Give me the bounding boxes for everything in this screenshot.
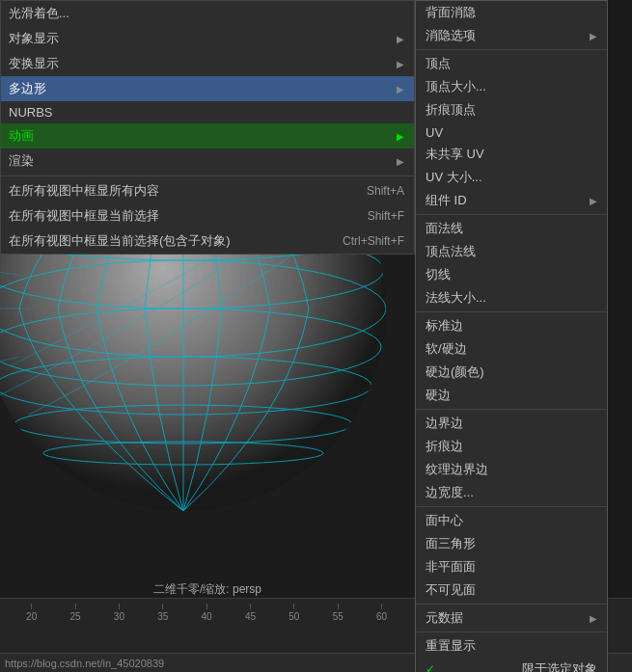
- menu-vertex-normal[interactable]: 顶点法线: [416, 240, 607, 263]
- tick-45: 45: [229, 604, 272, 622]
- menu-animation[interactable]: 动画 ▶: [1, 123, 414, 148]
- tick-40: 40: [184, 604, 228, 622]
- menu-reset-display[interactable]: 重置显示: [416, 634, 607, 658]
- menu-smooth-normals[interactable]: 光滑着色...: [1, 1, 414, 26]
- tick-25: 25: [53, 604, 96, 622]
- viewport-label: 二维千零/缩放: persp: [153, 581, 261, 598]
- menu-crease-edge[interactable]: 标准边: [416, 314, 607, 337]
- arrow-icon: ▶: [590, 613, 597, 624]
- menu-limit-selection[interactable]: ✓ 限于选定对象: [416, 658, 607, 672]
- menu-hard-edge-color[interactable]: 硬边(颜色): [416, 361, 607, 384]
- arrow-icon: ▶: [590, 31, 597, 41]
- arrow-icon: ▶: [590, 196, 597, 206]
- menu-component-id[interactable]: 组件 ID ▶: [416, 189, 607, 212]
- menu-vertex-size[interactable]: 顶点大小...: [416, 75, 607, 98]
- menu-uv[interactable]: UV: [416, 121, 607, 143]
- menu-object-display[interactable]: 对象显示 ▶: [1, 26, 414, 51]
- menu-face-normal[interactable]: 面法线: [416, 217, 607, 240]
- menu-frame-all[interactable]: 在所有视图中框显所有内容 Shift+A: [1, 178, 414, 203]
- arrow-icon: ▶: [397, 59, 404, 69]
- tick-60: 60: [360, 604, 403, 622]
- separator: [416, 632, 607, 632]
- menu-face-triangle[interactable]: 面三角形: [416, 532, 607, 555]
- separator: [416, 506, 607, 507]
- menu-non-planar[interactable]: 非平面面: [416, 555, 607, 578]
- menu-soft-hard-edge[interactable]: 软/硬边: [416, 337, 607, 361]
- menu-crease-vertex[interactable]: 折痕顶点: [416, 98, 607, 121]
- left-menu: 光滑着色... 对象显示 ▶ 变换显示 ▶ 多边形 ▶ NURBS 动画 ▶ 渲…: [0, 0, 415, 255]
- menu-invisible-face[interactable]: 不可见面: [416, 578, 607, 602]
- tick-35: 35: [141, 604, 184, 622]
- separator: [416, 214, 607, 215]
- menu-texture-border[interactable]: 纹理边界边: [416, 458, 607, 481]
- separator: [1, 175, 414, 176]
- tick-30: 30: [97, 604, 141, 622]
- menu-tangent[interactable]: 切线: [416, 263, 607, 286]
- menu-hide-selection[interactable]: 消隐选项 ▶: [416, 24, 607, 47]
- arrow-icon: ▶: [397, 156, 404, 167]
- right-submenu: 背面消隐 消隐选项 ▶ 顶点 顶点大小... 折痕顶点 UV 未共享 UV UV…: [415, 0, 608, 672]
- menu-backface-culling[interactable]: 背面消隐: [416, 1, 607, 24]
- checkmark-icon: ✓: [426, 662, 435, 672]
- tick-55: 55: [316, 604, 360, 622]
- menu-edge-width[interactable]: 边宽度...: [416, 481, 607, 504]
- menu-crease-edge2[interactable]: 折痕边: [416, 435, 607, 458]
- url-text: https://blog.csdn.net/in_45020839: [5, 658, 164, 669]
- menu-polygon[interactable]: 多边形 ▶: [1, 76, 414, 101]
- menu-frame-child[interactable]: 在所有视图中框显当前选择(包含子对象) Ctrl+Shift+F: [1, 228, 414, 254]
- separator: [416, 604, 607, 605]
- separator: [416, 311, 607, 312]
- menu-uv-size[interactable]: UV 大小...: [416, 166, 607, 189]
- arrow-icon: ▶: [397, 34, 404, 44]
- menu-nurbs[interactable]: NURBS: [1, 101, 414, 123]
- arrow-icon: ▶: [397, 84, 404, 94]
- arrow-icon: ▶: [397, 131, 404, 142]
- menu-border-edge[interactable]: 边界边: [416, 412, 607, 435]
- menu-unshared-uv[interactable]: 未共享 UV: [416, 143, 607, 166]
- menu-face-center[interactable]: 面中心: [416, 509, 607, 532]
- tick-20: 20: [10, 604, 53, 622]
- menu-frame-selected[interactable]: 在所有视图中框显当前选择 Shift+F: [1, 203, 414, 228]
- menu-hard-edge[interactable]: 硬边: [416, 384, 607, 407]
- menu-normal-size[interactable]: 法线大小...: [416, 286, 607, 309]
- separator: [416, 409, 607, 410]
- menu-render[interactable]: 渲染 ▶: [1, 148, 414, 174]
- tick-50: 50: [272, 604, 316, 622]
- separator: [416, 49, 607, 50]
- menu-metadata[interactable]: 元数据 ▶: [416, 606, 607, 630]
- menu-vertex[interactable]: 顶点: [416, 52, 607, 75]
- menu-transform-display[interactable]: 变换显示 ▶: [1, 51, 414, 76]
